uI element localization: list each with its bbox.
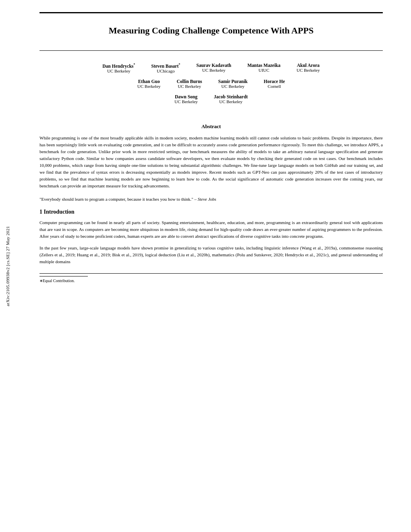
abstract-text: While programming is one of the most bro… xyxy=(39,135,383,189)
section-1-title: 1 Introduction xyxy=(39,209,383,215)
footnote-area: ∗Equal Contribution. xyxy=(39,273,383,283)
quote-attribution: Steve Jobs xyxy=(198,197,216,202)
arxiv-label-text: arXiv:2105.09938v2 [cs.SE] 27 May 2021 xyxy=(5,226,10,306)
authors-row-3: Dawn Song UC Berkeley Jacob Steinhardt U… xyxy=(39,94,383,104)
author-jacob-steinhardt: Jacob Steinhardt UC Berkeley xyxy=(214,94,248,104)
authors-section: Dan Hendrycks* UC Berkeley Steven Basart… xyxy=(39,59,383,114)
author-name: Collin Burns xyxy=(177,79,202,84)
page-container: arXiv:2105.09938v2 [cs.SE] 27 May 2021 M… xyxy=(0,0,411,532)
author-name: Dan Hendrycks* xyxy=(102,63,135,69)
author-name: Jacob Steinhardt xyxy=(214,94,248,99)
author-name: Saurav Kadavath xyxy=(196,63,231,68)
author-name: Dawn Song xyxy=(174,94,198,99)
arxiv-side-label: arXiv:2105.09938v2 [cs.SE] 27 May 2021 xyxy=(0,0,15,532)
authors-row-2: Ethan Guo UC Berkeley Collin Burns UC Be… xyxy=(39,79,383,89)
section-1-para-2: In the past few years, large-scale langu… xyxy=(39,245,383,265)
main-content: Measuring Coding Challenge Competence Wi… xyxy=(15,0,411,532)
quote-section: "Everybody should learn to program a com… xyxy=(39,197,383,202)
author-affil: UC Berkeley xyxy=(137,84,161,89)
author-name: Akul Arora xyxy=(297,63,320,68)
quote-text: "Everybody should learn to program a com… xyxy=(39,197,197,202)
author-affil: UChicago xyxy=(151,69,180,73)
author-dan-hendrycks: Dan Hendrycks* UC Berkeley xyxy=(102,63,135,73)
section-1-para-1: Computer programming can be found in nea… xyxy=(39,219,383,240)
author-collin-burns: Collin Burns UC Berkeley xyxy=(177,79,202,89)
author-affil: UC Berkeley xyxy=(297,68,320,73)
author-name: Steven Basart* xyxy=(151,63,180,69)
author-affil: UC Berkeley xyxy=(177,84,202,89)
author-affil: UC Berkeley xyxy=(214,99,248,104)
authors-row-1: Dan Hendrycks* UC Berkeley Steven Basart… xyxy=(39,63,383,73)
author-saurav-kadavath: Saurav Kadavath UC Berkeley xyxy=(196,63,231,73)
author-ethan-guo: Ethan Guo UC Berkeley xyxy=(137,79,161,89)
author-name: Ethan Guo xyxy=(137,79,161,84)
author-name: Samir Puranik xyxy=(218,79,248,84)
author-affil: UC Berkeley xyxy=(102,69,135,73)
author-mantas-mazeika: Mantas Mazeika UIUC xyxy=(247,63,280,73)
author-affil: UC Berkeley xyxy=(196,68,231,73)
author-steven-basart: Steven Basart* UChicago xyxy=(151,63,180,73)
section-1-title-text: 1 Introduction xyxy=(39,209,74,215)
footnote-rule xyxy=(39,276,88,276)
title-rule xyxy=(39,50,383,51)
author-horace-he: Horace He Cornell xyxy=(264,79,285,89)
author-akul-arora: Akul Arora UC Berkeley xyxy=(297,63,320,73)
author-name: Horace He xyxy=(264,79,285,84)
footnote-text: ∗Equal Contribution. xyxy=(39,278,75,283)
author-affil: Cornell xyxy=(264,84,285,89)
title-section: Measuring Coding Challenge Competence Wi… xyxy=(39,13,383,47)
author-name: Mantas Mazeika xyxy=(247,63,280,68)
author-affil: UC Berkeley xyxy=(218,84,248,89)
abstract-section: Abstract While programming is one of the… xyxy=(39,123,383,189)
paper-title: Measuring Coding Challenge Competence Wi… xyxy=(56,25,367,37)
author-samir-puranik: Samir Puranik UC Berkeley xyxy=(218,79,248,89)
abstract-title: Abstract xyxy=(39,123,383,130)
author-affil: UIUC xyxy=(247,68,280,73)
author-dawn-song: Dawn Song UC Berkeley xyxy=(174,94,198,104)
author-affil: UC Berkeley xyxy=(174,99,198,104)
